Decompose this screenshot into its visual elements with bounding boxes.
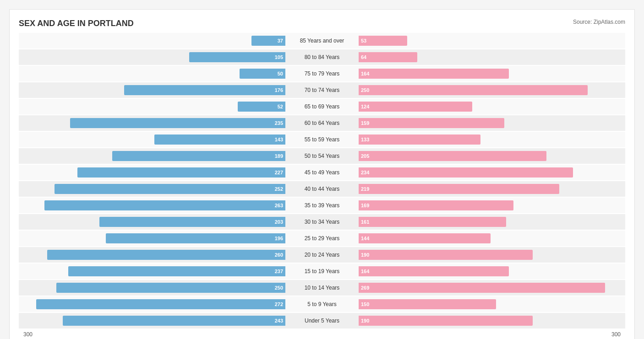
female-value-label: 133 <box>359 137 371 142</box>
male-bar: 50 <box>240 69 285 79</box>
table-row: 10580 to 84 Years64 <box>19 49 625 65</box>
age-group-label: 10 to 14 Years <box>285 285 359 291</box>
male-bar-container: 196 <box>19 231 285 246</box>
age-group-label: 65 to 69 Years <box>285 103 359 110</box>
female-bar-container: 161 <box>359 214 625 230</box>
female-value-label: 169 <box>359 203 371 208</box>
table-row: 23560 to 64 Years159 <box>19 115 625 131</box>
female-value-label: 64 <box>359 54 369 60</box>
male-bar-container: 243 <box>19 313 285 328</box>
female-bar: 159 <box>359 118 504 128</box>
male-bar-container: 50 <box>19 66 285 81</box>
female-value-label: 164 <box>359 71 371 76</box>
female-value-label: 53 <box>359 38 369 43</box>
male-value-label: 176 <box>273 87 285 93</box>
table-row: 17670 to 74 Years250 <box>19 82 625 98</box>
female-value-label: 164 <box>359 269 371 274</box>
female-bar: 169 <box>359 200 513 210</box>
male-bar: 237 <box>68 266 285 276</box>
female-value-label: 124 <box>359 104 371 109</box>
table-row: 20330 to 34 Years161 <box>19 214 625 230</box>
male-value-label: 237 <box>273 269 285 274</box>
table-row: 18950 to 54 Years205 <box>19 148 625 164</box>
male-bar-container: 227 <box>19 165 285 180</box>
male-bar-container: 105 <box>19 49 285 65</box>
female-value-label: 161 <box>359 219 371 225</box>
age-group-label: 60 to 64 Years <box>285 120 359 126</box>
male-bar-container: 52 <box>19 99 285 114</box>
male-bar: 250 <box>56 283 285 293</box>
female-bar: 164 <box>359 266 509 276</box>
female-bar-container: 53 <box>359 33 625 48</box>
male-bar: 176 <box>124 85 285 95</box>
female-bar-container: 159 <box>359 115 625 131</box>
axis-right-label: 300 <box>355 331 625 338</box>
male-bar: 52 <box>238 102 285 112</box>
axis-labels: 300 300 <box>19 331 625 338</box>
female-bar: 53 <box>359 36 407 46</box>
male-bar: 105 <box>189 52 285 62</box>
female-bar: 219 <box>359 184 559 194</box>
male-value-label: 189 <box>273 153 285 159</box>
male-bar: 252 <box>55 184 285 194</box>
table-row: 22745 to 49 Years234 <box>19 165 625 180</box>
male-bar: 143 <box>154 135 285 145</box>
female-bar: 161 <box>359 217 506 227</box>
source-text: Source: ZipAtlas.com <box>573 19 625 25</box>
female-bar-container: 269 <box>359 280 625 296</box>
male-value-label: 250 <box>273 285 285 291</box>
female-bar-container: 150 <box>359 296 625 312</box>
male-bar-container: 203 <box>19 214 285 230</box>
table-row: 5265 to 69 Years124 <box>19 99 625 114</box>
female-value-label: 190 <box>359 318 371 323</box>
table-row: 26335 to 39 Years169 <box>19 198 625 213</box>
female-bar: 234 <box>359 167 573 178</box>
female-value-label: 205 <box>359 153 371 159</box>
age-group-label: 50 to 54 Years <box>285 153 359 159</box>
chart-container: SEX AND AGE IN PORTLAND Source: ZipAtlas… <box>9 9 635 339</box>
axis-left-label: 300 <box>19 331 289 338</box>
female-bar-container: 234 <box>359 165 625 180</box>
male-bar: 189 <box>112 151 285 161</box>
age-group-label: 30 to 34 Years <box>285 219 359 225</box>
table-row: 23715 to 19 Years164 <box>19 264 625 279</box>
male-bar: 235 <box>70 118 285 128</box>
female-value-label: 234 <box>359 170 371 175</box>
male-value-label: 252 <box>273 186 285 192</box>
female-value-label: 144 <box>359 236 371 241</box>
female-bar: 269 <box>359 283 605 293</box>
female-value-label: 219 <box>359 186 371 192</box>
male-bar-container: 263 <box>19 198 285 213</box>
female-bar-container: 164 <box>359 264 625 279</box>
age-group-label: 70 to 74 Years <box>285 87 359 93</box>
male-value-label: 203 <box>273 219 285 225</box>
male-bar: 227 <box>77 167 285 178</box>
male-bar: 260 <box>47 250 285 260</box>
age-group-label: 75 to 79 Years <box>285 70 359 77</box>
female-value-label: 159 <box>359 120 371 126</box>
female-bar-container: 250 <box>359 82 625 98</box>
male-value-label: 52 <box>275 104 285 109</box>
male-bar-container: 252 <box>19 181 285 197</box>
male-bar-container: 250 <box>19 280 285 296</box>
male-bar-container: 37 <box>19 33 285 48</box>
male-value-label: 196 <box>273 236 285 241</box>
female-bar: 250 <box>359 85 588 95</box>
table-row: 14355 to 59 Years133 <box>19 132 625 147</box>
male-value-label: 235 <box>273 120 285 126</box>
female-bar: 124 <box>359 102 472 112</box>
table-row: 25240 to 44 Years219 <box>19 181 625 197</box>
male-value-label: 260 <box>273 252 285 258</box>
male-value-label: 50 <box>275 71 285 76</box>
male-bar: 196 <box>106 233 285 243</box>
male-bar: 272 <box>36 299 285 309</box>
age-group-label: 80 to 84 Years <box>285 54 359 60</box>
female-bar: 190 <box>359 316 533 326</box>
female-bar-container: 64 <box>359 49 625 65</box>
age-group-label: 40 to 44 Years <box>285 186 359 192</box>
male-bar: 243 <box>63 316 285 326</box>
female-bar: 205 <box>359 151 546 161</box>
age-group-label: 20 to 24 Years <box>285 252 359 258</box>
female-bar: 133 <box>359 135 480 145</box>
male-value-label: 272 <box>273 301 285 307</box>
